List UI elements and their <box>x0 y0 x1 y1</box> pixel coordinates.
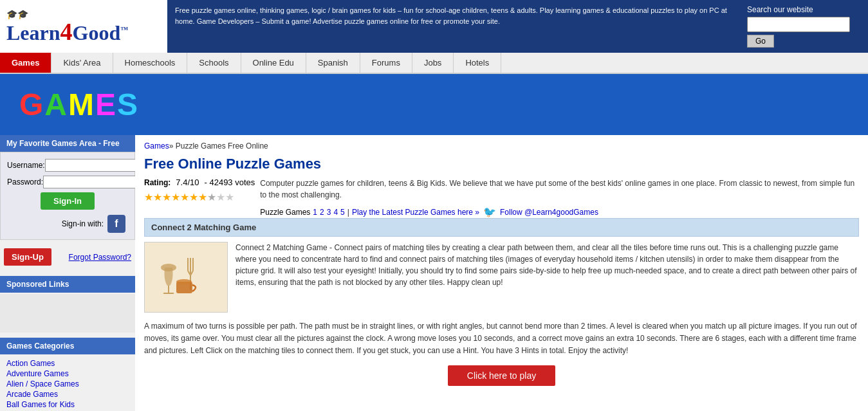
category-alien-space-games[interactable]: Alien / Space Games <box>6 379 129 389</box>
signin-button[interactable]: Sign-In <box>41 192 95 210</box>
username-input[interactable] <box>45 159 148 172</box>
rating-value: 7.4/10 <box>176 178 199 187</box>
star-2: ★ <box>153 191 162 203</box>
header-description: Free puzzle games online, thinking games… <box>167 0 739 53</box>
categories-header: Games Categories <box>0 338 135 354</box>
page-1[interactable]: 1 <box>313 208 317 217</box>
breadcrumb: Games» Puzzle Games Free Online <box>144 142 859 151</box>
sidebar: My Favorite Games Area - Free Username: … <box>0 135 135 411</box>
game-detail: Connect 2 Matching Game - Connect pairs … <box>144 242 859 313</box>
description-area: Computer puzzle games for children, teen… <box>260 178 859 218</box>
logo-trademark: ™ <box>120 25 128 34</box>
fav-games-header: My Favorite Games Area - Free <box>0 135 135 152</box>
twitter-handle[interactable]: Follow @Learn4goodGames <box>500 208 598 217</box>
categories-list: Action Games Adventure Games Alien / Spa… <box>0 354 135 411</box>
logo-four: 4 <box>60 18 73 45</box>
category-action-games[interactable]: Action Games <box>6 358 129 369</box>
play-button[interactable]: Click here to play <box>448 365 555 386</box>
rating-row: Rating: 7.4/10 - 42493 votes <box>144 178 255 187</box>
nav-hotels[interactable]: Hotels <box>454 53 501 73</box>
signin-with-label: Sign-in with: <box>62 219 104 228</box>
search-label: Search our website <box>747 5 813 14</box>
password-label: Password: <box>7 178 43 187</box>
nav-online-edu[interactable]: Online Edu <box>241 53 306 73</box>
nav-games[interactable]: Games <box>0 53 51 73</box>
logo: 🎓🎓 Learn4Good™ <box>0 0 167 53</box>
navigation: Games Kids' Area Homeschools Schools Onl… <box>0 53 868 74</box>
star-9: ★ <box>216 191 225 203</box>
login-form: Username: Password: Sign-In Sign-in with… <box>0 152 135 240</box>
go-button[interactable]: Go <box>747 35 774 48</box>
puzzle-games-label: Puzzle Games <box>260 208 310 217</box>
game-thumbnail <box>151 248 221 306</box>
nav-forums[interactable]: Forums <box>360 53 412 73</box>
star-7: ★ <box>198 191 207 203</box>
password-input[interactable] <box>43 176 146 188</box>
sponsored-area <box>0 294 135 333</box>
page-5[interactable]: 5 <box>340 208 345 217</box>
page-2[interactable]: 2 <box>320 208 324 217</box>
star-10: ★ <box>225 191 234 203</box>
page-4[interactable]: 4 <box>333 208 338 217</box>
signup-row: Sign-Up Forgot Password? <box>0 243 135 271</box>
nav-homeschools[interactable]: Homeschools <box>113 53 188 73</box>
category-ball-games[interactable]: Ball Games for Kids <box>6 399 129 410</box>
category-adventure-games[interactable]: Adventure Games <box>6 369 129 379</box>
star-4: ★ <box>171 191 180 203</box>
play-latest-link[interactable]: Play the Latest Puzzle Games here » <box>352 208 479 217</box>
star-1: ★ <box>144 191 153 203</box>
nav-schools[interactable]: Schools <box>187 53 241 73</box>
banner: GAMES <box>0 74 868 135</box>
game-section-header: Connect 2 Matching Game <box>144 218 859 237</box>
star-8-half: ★ <box>207 191 216 203</box>
stars-row: ★ ★ ★ ★ ★ ★ ★ ★ ★ ★ <box>144 191 255 203</box>
star-3: ★ <box>162 191 171 203</box>
forgot-password-link[interactable]: Forgot Password? <box>69 253 131 262</box>
games-title: GAMES <box>19 87 849 122</box>
star-5: ★ <box>180 191 189 203</box>
game-extra-text: A maximum of two turns is possible per p… <box>144 320 859 358</box>
logo-learn: Learn <box>6 21 60 44</box>
sponsored-links-header: Sponsored Links <box>0 276 135 293</box>
logo-good: Good <box>73 21 121 44</box>
twitter-icon: 🐦 <box>483 206 496 218</box>
page-3[interactable]: 3 <box>327 208 331 217</box>
category-arcade-games[interactable]: Arcade Games <box>6 389 129 399</box>
facebook-icon[interactable]: f <box>107 215 125 233</box>
rating-votes: - 42493 votes <box>204 178 255 187</box>
rating-label: Rating: <box>144 178 171 187</box>
nav-jobs[interactable]: Jobs <box>412 53 454 73</box>
game-image <box>144 242 228 313</box>
svg-point-9 <box>176 279 192 284</box>
play-button-row: Click here to play <box>144 365 859 386</box>
star-6: ★ <box>189 191 198 203</box>
nav-spanish[interactable]: Spanish <box>306 53 360 73</box>
breadcrumb-games[interactable]: Games <box>144 142 169 151</box>
search-input[interactable] <box>747 17 850 32</box>
main-content: Games» Puzzle Games Free Online Free Onl… <box>135 135 868 411</box>
pagination: Puzzle Games 1 2 3 4 5 | Play the Latest… <box>260 206 859 218</box>
game-description: Connect 2 Matching Game - Connect pairs … <box>235 242 859 313</box>
signup-button[interactable]: Sign-Up <box>4 248 51 266</box>
username-label: Username: <box>7 161 45 170</box>
page-title: Free Online Puzzle Games <box>144 156 859 172</box>
nav-kids-area[interactable]: Kids' Area <box>51 53 113 73</box>
breadcrumb-current: Puzzle Games Free Online <box>176 142 268 151</box>
